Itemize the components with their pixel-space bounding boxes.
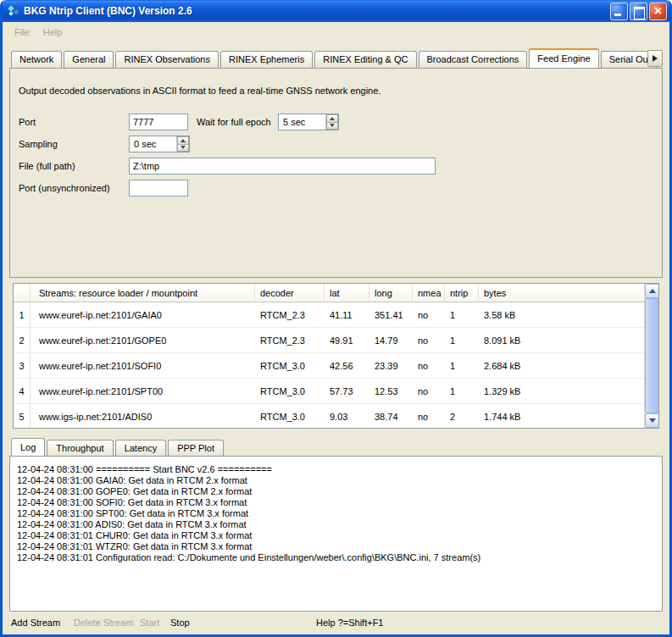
feed-engine-pane: Output decoded observations in ASCII for… [9, 68, 663, 278]
cell-bytes: 1.744 kB [479, 412, 644, 422]
streams-table: Streams: resource loader / mountpoint de… [13, 283, 659, 429]
file-full-path-input[interactable] [129, 158, 436, 174]
tab-feed-engine[interactable]: Feed Engine [529, 48, 598, 68]
cell-long: 12.53 [369, 386, 413, 396]
wait-spin-up-icon[interactable] [326, 114, 338, 123]
tab-scroll-right-button[interactable] [647, 50, 663, 67]
log-line: 12-04-24 08:31:01 Configuration read: C:… [17, 552, 657, 563]
header-nmea: nmea [413, 284, 445, 302]
sampling-spin-down-icon[interactable] [177, 145, 189, 152]
port-input[interactable] [129, 114, 188, 130]
header-decoder: decoder [255, 284, 325, 302]
cell-lat: 42.56 [325, 361, 369, 371]
row-number: 4 [14, 379, 31, 404]
scroll-down-icon[interactable] [645, 413, 659, 428]
menu-help[interactable]: Help [36, 25, 69, 40]
maximize-button[interactable] [630, 3, 647, 20]
cell-ntrip: 1 [445, 386, 479, 396]
file-full-path-label: File (full path) [19, 161, 129, 171]
help-shortcut-label: Help ?=Shift+F1 [316, 618, 384, 628]
tab-network[interactable]: Network [11, 51, 62, 68]
log-line: 12-04-24 08:31:00 ADIS0: Get data in RTC… [17, 519, 657, 530]
delete-stream-button[interactable]: Delete Stream [74, 618, 133, 628]
table-row[interactable]: 5 www.igs-ip.net:2101/ADIS0 RTCM_3.0 9.0… [14, 404, 644, 429]
table-row[interactable]: 2 www.euref-ip.net:2101/GOPE0 RTCM_2.3 4… [14, 328, 644, 353]
wait-for-full-epoch-spinbox[interactable]: 5 sec [278, 114, 339, 130]
sampling-spinbox[interactable]: 0 sec [129, 136, 190, 152]
log-line: 12-04-24 08:31:01 WTZR0: Get data in RTC… [17, 541, 657, 552]
cell-decoder: RTCM_3.0 [255, 386, 325, 396]
cell-mountpoint: www.euref-ip.net:2101/SOFI0 [31, 361, 255, 371]
header-lat: lat [325, 284, 369, 302]
cell-lat: 41.11 [325, 310, 369, 320]
stop-button[interactable]: Stop [170, 618, 190, 628]
tab-ppp-plot[interactable]: PPP Plot [168, 440, 224, 456]
log-line: 12-04-24 08:31:00 SPT00: Get data in RTC… [17, 508, 657, 519]
menu-file[interactable]: File [8, 25, 36, 40]
log-line: 12-04-24 08:31:01 CHUR0: Get data in RTC… [17, 530, 657, 541]
cell-nmea: no [413, 412, 445, 422]
table-row[interactable]: 4 www.euref-ip.net:2101/SPT00 RTCM_3.0 5… [14, 379, 644, 404]
corner-header-cell [14, 284, 31, 302]
main-tabbar: Network General RINEX Observations RINEX… [11, 47, 663, 68]
port-unsynchronized-label: Port (unsynchronized) [19, 183, 129, 193]
scroll-up-icon[interactable] [645, 284, 659, 298]
cell-long: 23.39 [369, 361, 413, 371]
scrollbar-thumb[interactable] [645, 298, 659, 413]
tab-throughput[interactable]: Throughput [47, 440, 113, 456]
cell-bytes: 3.58 kB [479, 310, 644, 320]
table-row[interactable]: 1 www.euref-ip.net:2101/GAIA0 RTCM_2.3 4… [14, 302, 644, 328]
bottom-action-bar: Add Stream Delete Stream Start Stop Help… [3, 612, 669, 635]
start-button[interactable]: Start [140, 618, 159, 628]
wait-for-full-epoch-value: 5 sec [279, 114, 325, 130]
cell-nmea: no [413, 310, 445, 320]
cell-nmea: no [413, 361, 445, 371]
bottom-tabbar: Log Throughput Latency PPP Plot [11, 437, 663, 456]
cell-lat: 57.73 [325, 386, 369, 396]
cell-ntrip: 1 [445, 310, 479, 320]
close-button[interactable]: ✕ [649, 3, 667, 20]
cell-decoder: RTCM_3.0 [255, 412, 325, 422]
sampling-spin-up-icon[interactable] [177, 136, 189, 145]
tab-rinex-observations[interactable]: RINEX Observations [115, 51, 218, 68]
row-number: 5 [14, 404, 31, 429]
cell-ntrip: 1 [445, 361, 479, 371]
cell-decoder: RTCM_2.3 [255, 310, 325, 320]
wait-spin-down-icon[interactable] [326, 123, 338, 130]
sampling-value: 0 sec [130, 136, 176, 152]
port-unsynchronized-input[interactable] [129, 180, 188, 197]
minimize-button[interactable] [610, 3, 628, 20]
cell-long: 38.74 [369, 412, 413, 422]
streams-table-header: Streams: resource loader / mountpoint de… [14, 284, 644, 302]
cell-lat: 49.91 [325, 335, 369, 346]
tab-general[interactable]: General [64, 51, 114, 68]
cell-nmea: no [413, 335, 445, 346]
tab-log[interactable]: Log [11, 438, 45, 456]
row-number: 1 [14, 302, 31, 328]
tab-rinex-ephemeris[interactable]: RINEX Ephemeris [220, 51, 313, 68]
bottom-tab-widget: Log Throughput Latency PPP Plot 12-04-24… [3, 437, 669, 612]
cell-decoder: RTCM_3.0 [255, 361, 325, 371]
menubar: File Help [3, 22, 669, 42]
add-stream-button[interactable]: Add Stream [11, 618, 60, 628]
tab-rinex-editing-qc[interactable]: RINEX Editing & QC [314, 51, 416, 68]
vertical-scrollbar[interactable] [644, 284, 658, 428]
tab-latency[interactable]: Latency [115, 440, 167, 456]
header-ntrip: ntrip [445, 284, 479, 302]
app-window: BKG Ntrip Client (BNC) Version 2.6 ✕ Fil… [0, 0, 672, 637]
cell-bytes: 8.091 kB [479, 335, 644, 346]
app-icon [7, 4, 20, 18]
cell-ntrip: 2 [445, 412, 479, 422]
cell-nmea: no [413, 386, 445, 396]
cell-ntrip: 1 [445, 335, 479, 346]
cell-mountpoint: www.igs-ip.net:2101/ADIS0 [31, 412, 255, 422]
cell-mountpoint: www.euref-ip.net:2101/SPT00 [31, 386, 255, 396]
header-long: long [369, 284, 413, 302]
log-line: 12-04-24 08:31:00 GOPE0: Get data in RTC… [17, 486, 657, 497]
cell-long: 351.41 [369, 310, 413, 320]
row-number: 3 [14, 353, 31, 379]
cell-mountpoint: www.euref-ip.net:2101/GAIA0 [31, 310, 255, 320]
tab-broadcast-corrections[interactable]: Broadcast Corrections [419, 51, 528, 68]
table-row[interactable]: 3 www.euref-ip.net:2101/SOFI0 RTCM_3.0 4… [14, 353, 644, 379]
cell-lat: 9.03 [325, 412, 369, 422]
